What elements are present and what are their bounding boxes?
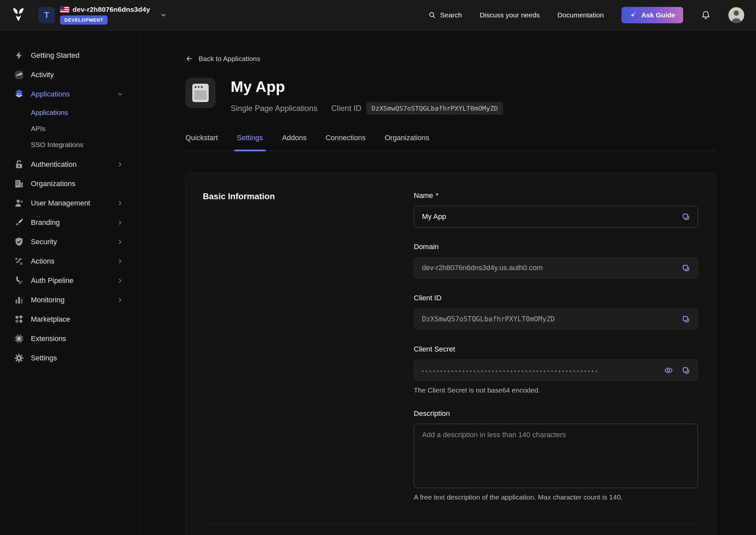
documentation-link[interactable]: Documentation bbox=[557, 11, 604, 19]
sidebar-item-settings[interactable]: Settings bbox=[0, 348, 140, 368]
layers-icon bbox=[13, 88, 25, 100]
sidebar-item-marketplace[interactable]: Marketplace bbox=[0, 310, 140, 329]
pipeline-icon bbox=[13, 275, 25, 287]
main-content: Back to Applications My App Single Page … bbox=[140, 31, 756, 535]
chevron-right-icon bbox=[117, 297, 123, 303]
domain-label: Domain bbox=[414, 242, 698, 251]
client-id-field-group: Client ID DzXSmwQS7oSTQGLbafhrPXYLT0mOMy… bbox=[414, 294, 698, 330]
auth0-dashboard: T dev-r2h8076n6dns3d4y DEVELOPMENT Searc… bbox=[0, 0, 756, 535]
sidebar-item-applications[interactable]: Applications bbox=[0, 84, 140, 104]
description-label: Description bbox=[414, 409, 698, 418]
chevron-right-icon bbox=[117, 161, 123, 168]
tab-connections[interactable]: Connections bbox=[326, 134, 365, 151]
copy-icon bbox=[682, 212, 690, 221]
marketplace-icon bbox=[13, 313, 25, 325]
sidebar-subitem-applications[interactable]: Applications bbox=[0, 104, 140, 121]
tab-settings[interactable]: Settings bbox=[237, 134, 263, 151]
client-secret-field-group: Client Secret ••••••••••••••••••••••••••… bbox=[414, 345, 698, 394]
name-field-group: Name* bbox=[414, 191, 698, 227]
sidebar-item-extensions[interactable]: Extensions bbox=[0, 329, 140, 348]
app-window-icon bbox=[185, 78, 216, 108]
applications-submenu: Applications APIs SSO Integrations bbox=[0, 104, 140, 155]
sidebar-item-organizations[interactable]: Organizations bbox=[0, 174, 140, 193]
description-field-group: Description A free text description of t… bbox=[414, 409, 698, 501]
ask-guide-button[interactable]: Ask Guide bbox=[621, 7, 683, 23]
back-to-applications-link[interactable]: Back to Applications bbox=[185, 55, 260, 63]
discuss-your-needs-link[interactable]: Discuss your needs bbox=[480, 11, 540, 19]
sparkle-icon bbox=[629, 11, 637, 19]
lightning-icon bbox=[13, 49, 25, 61]
search-icon bbox=[428, 11, 436, 19]
client-id-label: Client ID bbox=[331, 104, 361, 113]
tab-quickstart[interactable]: Quickstart bbox=[185, 134, 218, 151]
client-secret-masked-value: ••••••••••••••••••••••••••••••••••••••••… bbox=[422, 367, 656, 374]
sidebar-item-monitoring[interactable]: Monitoring bbox=[0, 290, 140, 310]
chevron-right-icon bbox=[117, 219, 123, 226]
sidebar-item-getting-started[interactable]: Getting Started bbox=[0, 45, 140, 65]
tab-organizations[interactable]: Organizations bbox=[385, 134, 429, 151]
section-divider bbox=[203, 524, 698, 524]
copy-client-id-button[interactable] bbox=[682, 315, 690, 324]
sidebar-item-security[interactable]: Security bbox=[0, 232, 140, 251]
tab-bar: Quickstart Settings Addons Connections O… bbox=[185, 134, 716, 151]
copy-client-secret-button[interactable] bbox=[682, 366, 690, 375]
basic-information-card: Basic Information Name* bbox=[185, 173, 716, 535]
topbar-divider bbox=[34, 8, 34, 22]
client-id-chip[interactable]: DzXSmwQS7oSTQGLbafhrPXYLT0mOMyZD bbox=[366, 102, 503, 115]
sidebar-item-branding[interactable]: Branding bbox=[0, 213, 140, 232]
copy-domain-button[interactable] bbox=[682, 264, 690, 272]
topbar: T dev-r2h8076n6dns3d4y DEVELOPMENT Searc… bbox=[0, 0, 756, 31]
tenant-switcher[interactable]: T dev-r2h8076n6dns3d4y DEVELOPMENT bbox=[39, 6, 167, 25]
app-header: My App Single Page Applications Client I… bbox=[185, 78, 756, 115]
sidebar-item-actions[interactable]: Actions bbox=[0, 251, 140, 271]
tenant-avatar: T bbox=[39, 7, 55, 23]
notifications-button[interactable] bbox=[701, 10, 711, 20]
sidebar-subitem-apis[interactable]: APIs bbox=[0, 121, 140, 136]
sidebar-item-activity[interactable]: Activity bbox=[0, 65, 140, 84]
us-flag-icon bbox=[60, 6, 69, 13]
paintbrush-icon bbox=[13, 217, 25, 228]
sidebar-item-user-management[interactable]: User Management bbox=[0, 193, 140, 213]
back-link-label: Back to Applications bbox=[199, 55, 260, 63]
copy-name-button[interactable] bbox=[682, 212, 690, 221]
search-button[interactable]: Search bbox=[428, 11, 462, 19]
copy-icon bbox=[682, 315, 690, 324]
chip-icon bbox=[13, 333, 25, 345]
page-title: My App bbox=[231, 78, 503, 96]
bar-chart-icon bbox=[13, 294, 25, 306]
chevron-right-icon bbox=[117, 277, 123, 284]
sidebar-item-auth-pipeline[interactable]: Auth Pipeline bbox=[0, 271, 140, 290]
tenant-name: dev-r2h8076n6dns3d4y bbox=[72, 6, 150, 14]
search-label: Search bbox=[440, 11, 462, 19]
auth0-logo-icon[interactable] bbox=[12, 8, 25, 22]
name-label: Name* bbox=[414, 191, 698, 200]
bell-icon bbox=[701, 10, 711, 20]
reveal-client-secret-button[interactable] bbox=[664, 366, 673, 375]
lock-icon bbox=[13, 158, 25, 170]
chevron-right-icon bbox=[117, 239, 123, 245]
name-input[interactable] bbox=[422, 212, 673, 221]
building-icon bbox=[13, 178, 25, 190]
client-id-field-label: Client ID bbox=[414, 294, 698, 302]
tab-addons[interactable]: Addons bbox=[282, 134, 307, 151]
sidebar-item-authentication[interactable]: Authentication bbox=[0, 155, 140, 174]
client-id-value: DzXSmwQS7oSTQGLbafhrPXYLT0mOMyZD bbox=[422, 315, 673, 323]
client-secret-helper: The Client Secret is not base64 encoded. bbox=[414, 386, 698, 394]
sidebar: Getting Started Activity Applications Ap… bbox=[0, 31, 140, 535]
app-type-label: Single Page Applications bbox=[231, 104, 317, 113]
chevron-down-icon bbox=[117, 91, 123, 98]
domain-value: dev-r2h8076n6dns3d4y.us.auth0.com bbox=[422, 264, 673, 272]
flow-icon bbox=[13, 255, 25, 267]
sidebar-subitem-sso-integrations[interactable]: SSO Integrations bbox=[0, 136, 140, 153]
chevron-right-icon bbox=[117, 258, 123, 265]
ask-guide-label: Ask Guide bbox=[641, 11, 675, 19]
copy-icon bbox=[682, 264, 690, 272]
user-avatar[interactable] bbox=[728, 7, 744, 23]
description-helper: A free text description of the applicati… bbox=[414, 493, 698, 501]
section-title: Basic Information bbox=[203, 191, 414, 202]
description-textarea[interactable] bbox=[422, 431, 690, 481]
back-arrow-icon bbox=[185, 55, 193, 63]
environment-badge: DEVELOPMENT bbox=[60, 15, 108, 25]
activity-icon bbox=[13, 69, 25, 81]
client-secret-label: Client Secret bbox=[414, 345, 698, 353]
